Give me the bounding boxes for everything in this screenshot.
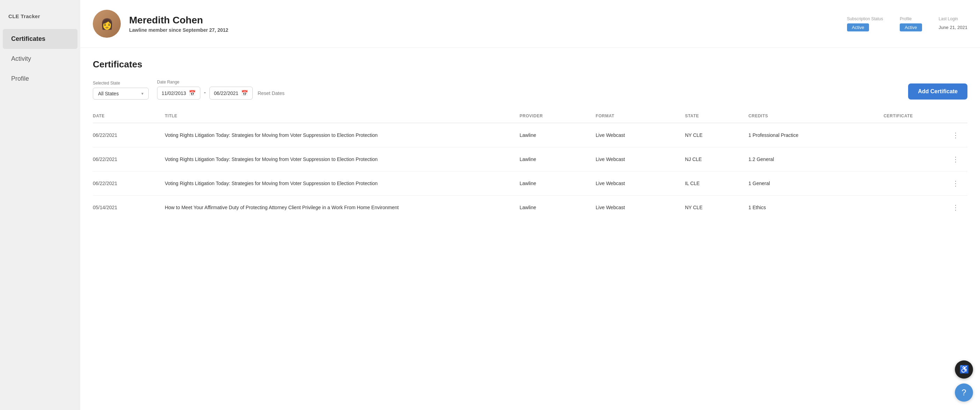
calendar-icon: 📅 xyxy=(241,90,248,96)
row-actions-button[interactable]: ⋮ xyxy=(949,129,962,141)
cell-state: NY CLE xyxy=(679,123,743,147)
user-info: Meredith Cohen Lawline member since Sept… xyxy=(129,15,228,33)
date-separator: - xyxy=(204,89,206,97)
sidebar-item-label: Certificates xyxy=(11,35,45,42)
calendar-icon: 📅 xyxy=(189,90,196,96)
cell-date: 05/14/2021 xyxy=(93,196,159,220)
col-header-date: DATE xyxy=(93,111,159,123)
cell-format: Live Webcast xyxy=(590,171,679,196)
cell-credits: 1 Ethics xyxy=(743,196,878,220)
cell-state: IL CLE xyxy=(679,171,743,196)
cell-date: 06/22/2021 xyxy=(93,147,159,171)
subscription-label: Subscription Status xyxy=(847,16,883,21)
last-login: Last Login June 21, 2021 xyxy=(939,16,967,32)
col-header-state: STATE xyxy=(679,111,743,123)
state-filter-label: Selected State xyxy=(93,81,149,86)
avatar: 👩 xyxy=(93,10,121,38)
col-header-certificate: CERTIFICATE xyxy=(878,111,967,123)
table-row: 06/22/2021 Voting Rights Litigation Toda… xyxy=(93,171,967,196)
sidebar-item-certificates[interactable]: Certificates xyxy=(3,29,78,49)
main-content: 👩 Meredith Cohen Lawline member since Se… xyxy=(80,0,980,410)
cell-provider: Lawline xyxy=(514,196,590,220)
state-select-value: All States xyxy=(98,91,119,96)
cell-provider: Lawline xyxy=(514,171,590,196)
cell-actions: ⋮ xyxy=(878,171,967,196)
last-login-value: June 21, 2021 xyxy=(939,25,967,30)
state-filter-group: Selected State All States ▾ xyxy=(93,81,149,99)
col-header-provider: PROVIDER xyxy=(514,111,590,123)
sidebar-item-activity[interactable]: Activity xyxy=(3,49,78,69)
header-stats: Subscription Status Active Profile Activ… xyxy=(847,16,967,32)
row-actions-button[interactable]: ⋮ xyxy=(949,154,962,165)
page-title: Certificates xyxy=(93,59,967,70)
cell-provider: Lawline xyxy=(514,147,590,171)
date-range-label: Date Range xyxy=(157,80,286,85)
subscription-status: Subscription Status Active xyxy=(847,16,883,32)
subscription-badge: Active xyxy=(847,23,869,32)
date-to-value: 06/22/2021 xyxy=(214,91,239,96)
date-from-input[interactable]: 11/02/2013 📅 xyxy=(157,87,200,99)
sidebar-logo: CLE Tracker xyxy=(0,7,80,29)
cell-format: Live Webcast xyxy=(590,147,679,171)
cell-provider: Lawline xyxy=(514,123,590,147)
table-row: 06/22/2021 Voting Rights Litigation Toda… xyxy=(93,147,967,171)
cell-title: Voting Rights Litigation Today: Strategi… xyxy=(159,147,514,171)
cell-title: Voting Rights Litigation Today: Strategi… xyxy=(159,123,514,147)
user-header: 👩 Meredith Cohen Lawline member since Se… xyxy=(80,0,980,48)
col-header-title: TITLE xyxy=(159,111,514,123)
user-name: Meredith Cohen xyxy=(129,15,228,26)
col-header-format: FORMAT xyxy=(590,111,679,123)
last-login-label: Last Login xyxy=(939,16,958,21)
profile-badge: Active xyxy=(900,23,922,32)
cell-format: Live Webcast xyxy=(590,123,679,147)
cell-state: NJ CLE xyxy=(679,147,743,171)
cell-format: Live Webcast xyxy=(590,196,679,220)
cell-date: 06/22/2021 xyxy=(93,171,159,196)
reset-dates-button[interactable]: Reset Dates xyxy=(256,88,286,99)
member-since-prefix: Lawline member since xyxy=(129,27,183,33)
member-since-date: September 27, 2012 xyxy=(183,27,228,33)
add-certificate-button[interactable]: Add Certificate xyxy=(908,83,967,99)
content-area: Certificates Selected State All States ▾… xyxy=(80,48,980,230)
profile-label: Profile xyxy=(900,16,912,21)
user-meta: Lawline member since September 27, 2012 xyxy=(129,27,228,33)
col-header-credits: CREDITS xyxy=(743,111,878,123)
row-actions-button[interactable]: ⋮ xyxy=(949,178,962,189)
sidebar-item-label: Activity xyxy=(11,55,31,62)
cell-credits: 1.2 General xyxy=(743,147,878,171)
filters-bar: Selected State All States ▾ Date Range 1… xyxy=(93,80,967,99)
cell-actions: ⋮ xyxy=(878,196,967,220)
table-row: 05/14/2021 How to Meet Your Affirmative … xyxy=(93,196,967,220)
table-row: 06/22/2021 Voting Rights Litigation Toda… xyxy=(93,123,967,147)
certificates-table: DATE TITLE PROVIDER FORMAT STATE CREDITS… xyxy=(93,111,967,219)
sidebar: CLE Tracker Certificates Activity Profil… xyxy=(0,0,80,410)
chevron-down-icon: ▾ xyxy=(142,91,143,96)
sidebar-item-label: Profile xyxy=(11,75,29,82)
cell-credits: 1 Professional Practice xyxy=(743,123,878,147)
cell-title: How to Meet Your Affirmative Duty of Pro… xyxy=(159,196,514,220)
cell-credits: 1 General xyxy=(743,171,878,196)
table-header-row: DATE TITLE PROVIDER FORMAT STATE CREDITS… xyxy=(93,111,967,123)
state-select[interactable]: All States ▾ xyxy=(93,88,149,99)
accessibility-button[interactable]: ♿ xyxy=(955,361,973,378)
sidebar-item-profile[interactable]: Profile xyxy=(3,69,78,89)
date-to-input[interactable]: 06/22/2021 📅 xyxy=(209,87,253,99)
cell-state: NY CLE xyxy=(679,196,743,220)
date-range-group: Date Range 11/02/2013 📅 - 06/22/2021 📅 R… xyxy=(157,80,286,99)
cell-actions: ⋮ xyxy=(878,147,967,171)
cell-date: 06/22/2021 xyxy=(93,123,159,147)
date-from-value: 11/02/2013 xyxy=(162,91,186,96)
help-button[interactable]: ? xyxy=(955,383,973,402)
profile-status: Profile Active xyxy=(900,16,922,32)
avatar-image: 👩 xyxy=(93,10,121,38)
cell-actions: ⋮ xyxy=(878,123,967,147)
row-actions-button[interactable]: ⋮ xyxy=(949,202,962,213)
cell-title: Voting Rights Litigation Today: Strategi… xyxy=(159,171,514,196)
